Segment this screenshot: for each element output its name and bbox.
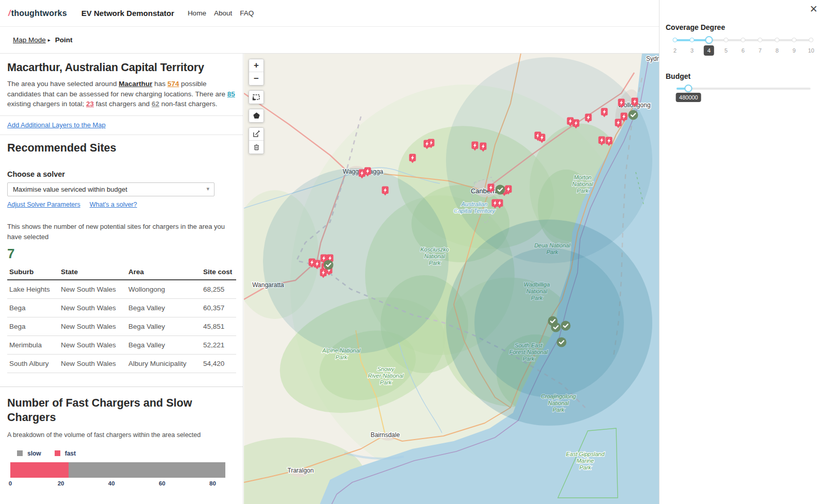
recommended-sites-heading: Recommended Sites — [7, 142, 236, 155]
chart-x-axis: 020406080 — [10, 480, 225, 489]
logo-slash-icon: / — [8, 9, 11, 18]
x-tick-label: 40 — [108, 480, 115, 486]
close-panel-button[interactable]: ✕ — [810, 4, 818, 14]
map-label: Bairnsdale — [371, 431, 400, 439]
rectangle-select-button[interactable] — [249, 91, 263, 104]
chargers-bar-chart: 020406080 — [10, 462, 225, 489]
ev-network-app: /thoughtworks EV Network Demonstator Hom… — [0, 0, 825, 504]
coverage-value-label: 4 — [704, 45, 714, 56]
coverage-value-label: 7 — [758, 47, 762, 54]
column-header: State — [59, 264, 126, 280]
map-canvas[interactable]: Wagga WaggaWangarattaCanberraWollongongS… — [244, 54, 659, 504]
polygon-draw-button[interactable] — [249, 109, 263, 122]
fast-chargers-count: 23 — [86, 100, 94, 108]
slider-step-dot[interactable] — [792, 38, 797, 42]
budget-label: Budget — [666, 72, 825, 80]
map-mode-link[interactable]: Map Mode — [13, 36, 46, 44]
divider — [0, 115, 243, 116]
map-label: Traralgon — [288, 467, 314, 474]
nav-about[interactable]: About — [214, 9, 232, 17]
fast-bar-segment — [10, 462, 69, 478]
divider — [0, 387, 243, 387]
column-header: Site cost — [201, 264, 236, 280]
slider-step-dot[interactable] — [724, 38, 729, 42]
column-header: Area — [126, 264, 201, 280]
edit-icon — [252, 130, 260, 138]
budget-slider[interactable] — [676, 85, 811, 93]
nav-faq[interactable]: FAQ — [240, 9, 254, 17]
budget-value-badge: 480000 — [676, 93, 811, 103]
recommended-sites-table: SuburbStateAreaSite cost Lake HeightsNew… — [7, 264, 236, 373]
slider-step-dot[interactable] — [741, 38, 746, 42]
add-layers-link[interactable]: Add Additional Layers to the Map — [7, 121, 106, 129]
solver-select[interactable]: Maximise value serviced within budget ▾ — [7, 182, 214, 196]
chart-legend: slowfast — [17, 450, 236, 457]
main-nav: Home About FAQ — [188, 9, 254, 17]
nav-home[interactable]: Home — [188, 9, 206, 17]
legend-swatch — [17, 450, 23, 456]
zoom-out-button[interactable]: − — [249, 72, 263, 85]
legend-item: fast — [55, 450, 76, 457]
budget-slider-handle[interactable] — [685, 85, 692, 92]
breadcrumb-current: Point — [55, 36, 73, 44]
coverage-value-label: 5 — [724, 47, 728, 54]
thoughtworks-logo[interactable]: /thoughtworks — [8, 9, 67, 18]
coverage-degree-values: 2345678910 — [675, 45, 811, 59]
table-row[interactable]: BegaNew South WalesBega Valley60,357 — [7, 299, 236, 317]
coverage-value-label: 3 — [690, 47, 694, 54]
coverage-slider-handle[interactable] — [705, 36, 713, 44]
breadcrumb-caret-icon: ▸ — [48, 37, 51, 43]
app-title: EV Network Demonstator — [81, 9, 174, 18]
chart-title: Number of Fast Chargers and Slow Charger… — [7, 396, 229, 425]
x-tick-label: 60 — [159, 480, 166, 486]
zoom-in-button[interactable]: + — [249, 59, 263, 72]
coverage-value-label: 10 — [808, 47, 814, 54]
slider-step-dot[interactable] — [758, 38, 763, 42]
x-tick-label: 20 — [58, 480, 64, 486]
legend-item: slow — [17, 450, 41, 457]
coverage-value-label: 9 — [793, 47, 796, 54]
selected-site-check-marker[interactable] — [557, 338, 567, 347]
slider-step-dot[interactable] — [775, 38, 780, 42]
trash-icon — [253, 143, 260, 151]
selected-site-check-marker[interactable] — [629, 110, 638, 120]
table-row[interactable]: MerimbulaNew South WalesBega Valley52,22… — [7, 336, 236, 355]
selected-site-check-marker[interactable] — [496, 185, 505, 195]
sites-count: 7 — [7, 246, 236, 262]
chevron-down-icon: ▾ — [206, 186, 209, 192]
coverage-degree-slider[interactable] — [675, 36, 811, 44]
left-sidebar: Macarthur, Australian Capital Territory … — [0, 54, 243, 504]
sites-description: This shows the number of new potential s… — [7, 222, 229, 242]
column-header: Suburb — [7, 264, 59, 280]
table-row[interactable]: South AlburyNew South WalesAlbury Munici… — [7, 355, 236, 373]
x-tick-label: 0 — [9, 480, 12, 486]
table-header-row: SuburbStateAreaSite cost — [7, 264, 236, 280]
delete-layers-button[interactable] — [249, 141, 263, 154]
coverage-value-label: 6 — [741, 47, 745, 54]
slider-step-dot[interactable] — [809, 38, 814, 42]
table-row[interactable]: Lake HeightsNew South WalesWollongong68,… — [7, 280, 236, 299]
coverage-value-label: 2 — [673, 47, 676, 54]
adjust-solver-link[interactable]: Adjust Solver Parameters — [7, 201, 80, 208]
selected-site-check-marker[interactable] — [561, 321, 571, 331]
edit-layers-button[interactable] — [249, 128, 263, 141]
area-summary: The area you have selected around Macart… — [7, 79, 236, 109]
divider — [0, 135, 243, 135]
solver-selected-value: Maximise value serviced within budget — [13, 186, 127, 193]
slider-step-dot[interactable] — [673, 38, 678, 42]
selected-site-check-marker[interactable] — [324, 260, 334, 270]
slider-step-dot[interactable] — [690, 38, 695, 42]
slow-bar-segment — [69, 462, 225, 478]
solver-links: Adjust Solver Parameters What's a solver… — [7, 201, 236, 208]
map-label: Sydney — [646, 55, 659, 62]
solver-label: Choose a solver — [7, 170, 236, 178]
legend-swatch — [55, 450, 60, 456]
table-row[interactable]: BegaNew South WalesBega Valley45,851 — [7, 317, 236, 336]
x-tick-label: 80 — [209, 480, 216, 486]
chart-subtitle: A breakdown of the volume of fast charge… — [7, 431, 236, 439]
summary-place: Macarthur — [119, 80, 152, 88]
coverage-value-label: 8 — [776, 47, 779, 54]
selected-site-check-marker[interactable] — [551, 323, 561, 332]
page-title: Macarthur, Australian Capital Territory — [7, 61, 236, 74]
whats-a-solver-link[interactable]: What's a solver? — [90, 201, 137, 208]
